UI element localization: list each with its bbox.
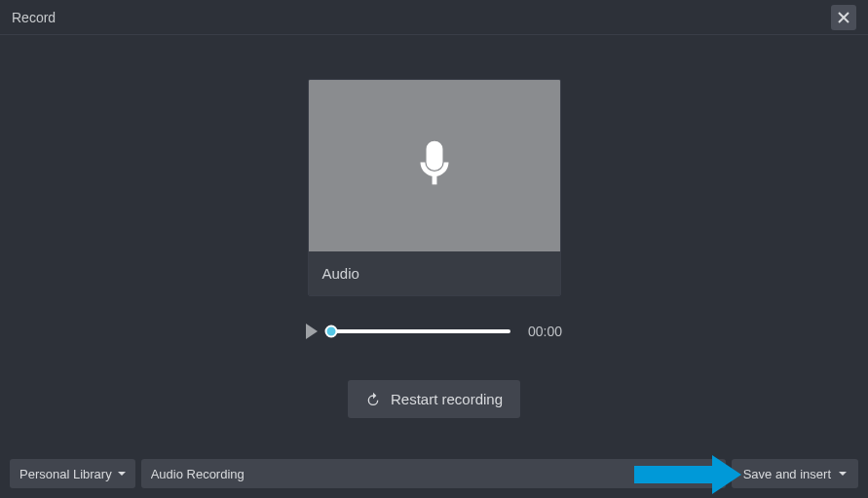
restart-recording-button[interactable]: Restart recording: [348, 380, 520, 418]
thumbnail-label: Audio: [309, 251, 560, 295]
thumbnail-image: [309, 80, 560, 251]
save-label: Save and insert: [743, 467, 831, 481]
close-button[interactable]: [831, 5, 856, 30]
progress-slider[interactable]: [331, 329, 510, 333]
dialog-header: Record: [0, 0, 868, 35]
chevron-down-icon: [839, 472, 847, 476]
time-display: 00:00: [528, 324, 562, 339]
save-and-insert-button[interactable]: Save and insert: [732, 459, 858, 488]
svg-rect-0: [432, 175, 436, 185]
filename-input[interactable]: [141, 459, 726, 488]
library-dropdown[interactable]: Personal Library: [10, 459, 135, 488]
restart-icon: [365, 392, 381, 407]
close-icon: [837, 11, 850, 24]
library-label: Personal Library: [19, 467, 112, 481]
play-button[interactable]: [306, 324, 318, 339]
dialog-title: Record: [12, 10, 56, 25]
audio-player: 00:00: [306, 324, 562, 339]
recording-thumbnail: Audio: [308, 79, 561, 296]
dialog-footer: Personal Library Save and insert: [10, 459, 858, 488]
slider-thumb[interactable]: [324, 326, 337, 338]
dialog-content: Audio 00:00 Restart recording: [0, 35, 868, 449]
microphone-icon: [406, 137, 463, 194]
restart-label: Restart recording: [391, 391, 503, 407]
chevron-down-icon: [118, 472, 126, 476]
